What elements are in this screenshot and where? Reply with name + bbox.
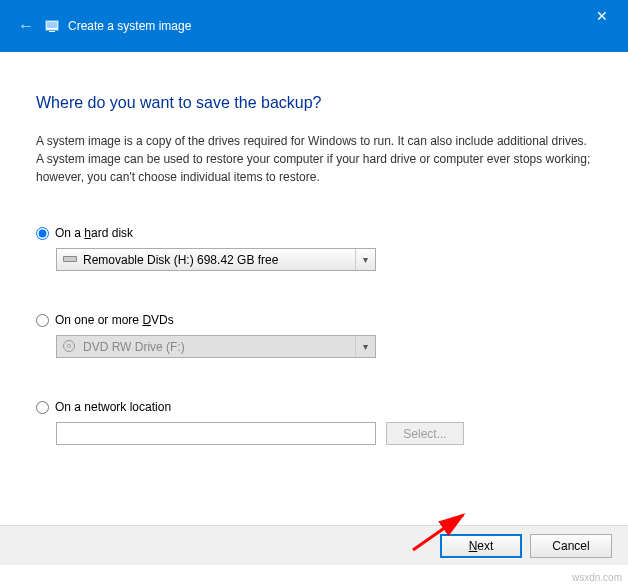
label-dvd[interactable]: On one or more DVDs bbox=[55, 313, 174, 327]
titlebar: ✕ ← Create a system image bbox=[0, 0, 628, 52]
select-network-button: Select... bbox=[386, 422, 464, 445]
content-area: Where do you want to save the backup? A … bbox=[0, 52, 628, 445]
disc-icon bbox=[63, 340, 77, 354]
cancel-button[interactable]: Cancel bbox=[530, 534, 612, 558]
next-button[interactable]: Next bbox=[440, 534, 522, 558]
radio-harddisk[interactable] bbox=[36, 227, 49, 240]
dropdown-dvd: DVD RW Drive (F:) ▾ bbox=[56, 335, 376, 358]
chevron-down-icon: ▾ bbox=[355, 336, 375, 357]
svg-point-6 bbox=[68, 344, 71, 347]
window-title: Create a system image bbox=[68, 19, 191, 33]
option-dvd: On one or more DVDs DVD RW Drive (F:) ▾ bbox=[36, 313, 592, 358]
radio-network[interactable] bbox=[36, 401, 49, 414]
system-image-icon bbox=[44, 18, 60, 34]
dropdown-harddisk[interactable]: Removable Disk (H:) 698.42 GB free ▾ bbox=[56, 248, 376, 271]
dropdown-harddisk-value: Removable Disk (H:) 698.42 GB free bbox=[83, 253, 355, 267]
label-harddisk[interactable]: On a hard disk bbox=[55, 226, 133, 240]
back-button[interactable]: ← bbox=[18, 17, 34, 35]
page-heading: Where do you want to save the backup? bbox=[36, 94, 592, 112]
close-button[interactable]: ✕ bbox=[588, 6, 616, 26]
drive-icon bbox=[63, 254, 77, 266]
chevron-down-icon: ▾ bbox=[355, 249, 375, 270]
radio-dvd[interactable] bbox=[36, 314, 49, 327]
svg-rect-1 bbox=[47, 22, 57, 28]
option-network: On a network location Select... bbox=[36, 400, 592, 445]
svg-rect-2 bbox=[49, 31, 55, 32]
dropdown-dvd-value: DVD RW Drive (F:) bbox=[83, 340, 355, 354]
option-harddisk: On a hard disk Removable Disk (H:) 698.4… bbox=[36, 226, 592, 271]
description-text: A system image is a copy of the drives r… bbox=[36, 132, 592, 186]
svg-rect-4 bbox=[64, 257, 76, 261]
network-path-input[interactable] bbox=[56, 422, 376, 445]
footer-bar: Next Cancel bbox=[0, 525, 628, 565]
watermark: wsxdn.com bbox=[572, 572, 622, 583]
label-network[interactable]: On a network location bbox=[55, 400, 171, 414]
